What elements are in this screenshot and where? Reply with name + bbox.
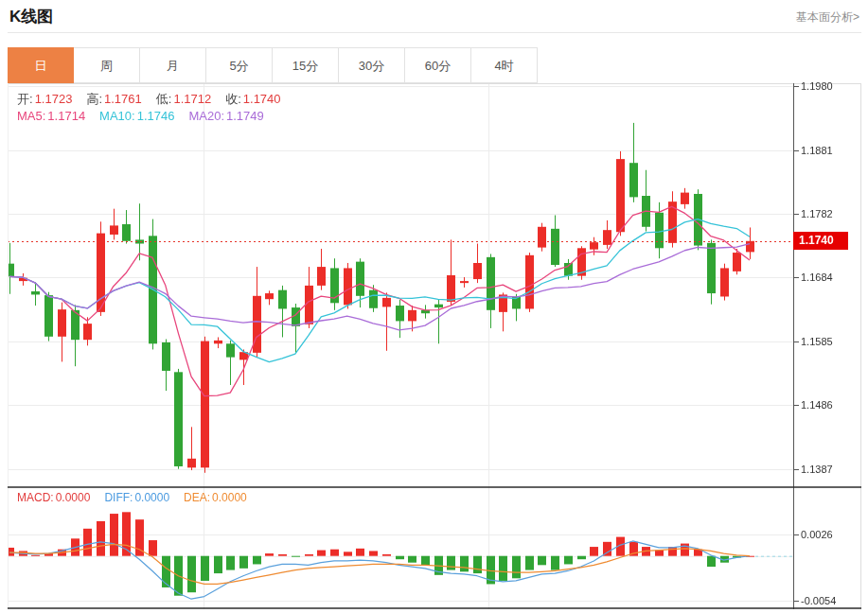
- ohlc-readout: 开:1.1723高:1.1761低:1.1712收:1.1740: [17, 91, 295, 108]
- readout-item: MACD:0.0000: [17, 491, 90, 504]
- tab-15min[interactable]: 15分: [273, 47, 339, 83]
- readout-item: 开:1.1723: [17, 92, 72, 106]
- y-axis-label: 1.1684: [801, 271, 859, 284]
- readout-item: DEA:0.0000: [184, 491, 247, 504]
- tab-4hour[interactable]: 4时: [471, 47, 538, 83]
- macd-axis-label: 0.0026: [801, 528, 859, 541]
- period-tab-bar: 日 周 月 5分 15分 30分 60分 4时: [8, 47, 538, 83]
- tab-60min[interactable]: 60分: [405, 47, 471, 83]
- readout-item: MA5:1.1714: [17, 109, 85, 123]
- tab-week[interactable]: 周: [74, 47, 140, 83]
- y-axis-label: 1.1585: [801, 335, 859, 348]
- readout-item: 低:1.1712: [156, 92, 211, 106]
- y-axis-label: 1.1387: [801, 463, 859, 476]
- macd-axis-label: -0.0054: [801, 594, 859, 607]
- y-axis-label: 1.1980: [801, 79, 859, 93]
- fundamental-analysis-link[interactable]: 基本面分析>: [796, 9, 859, 26]
- tab-5min[interactable]: 5分: [206, 47, 273, 83]
- y-axis-label: 1.1486: [801, 398, 859, 412]
- readout-item: MA20:1.1749: [188, 109, 263, 123]
- header-divider: [8, 32, 861, 33]
- macd-readout: MACD:0.0000DIFF:0.0000DEA:0.0000: [17, 491, 261, 504]
- tab-30min[interactable]: 30分: [339, 47, 405, 83]
- readout-item: 收:1.1740: [225, 92, 280, 106]
- ma-readout: MA5:1.1714MA10:1.1746MA20:1.1749: [17, 109, 278, 123]
- y-axis-label: 1.1782: [801, 207, 859, 220]
- page-title: K线图: [9, 6, 53, 27]
- current-price-tag: 1.1740: [793, 232, 848, 250]
- readout-item: DIFF:0.0000: [104, 491, 169, 504]
- tab-month[interactable]: 月: [140, 47, 206, 83]
- kline-chart: 开:1.1723高:1.1761低:1.1712收:1.1740 MA5:1.1…: [8, 83, 861, 609]
- tab-day[interactable]: 日: [8, 47, 74, 83]
- y-axis-label: 1.1881: [801, 144, 859, 157]
- kline-chart-canvas[interactable]: [8, 83, 861, 609]
- readout-item: MA10:1.1746: [99, 109, 174, 123]
- readout-item: 高:1.1761: [86, 92, 141, 106]
